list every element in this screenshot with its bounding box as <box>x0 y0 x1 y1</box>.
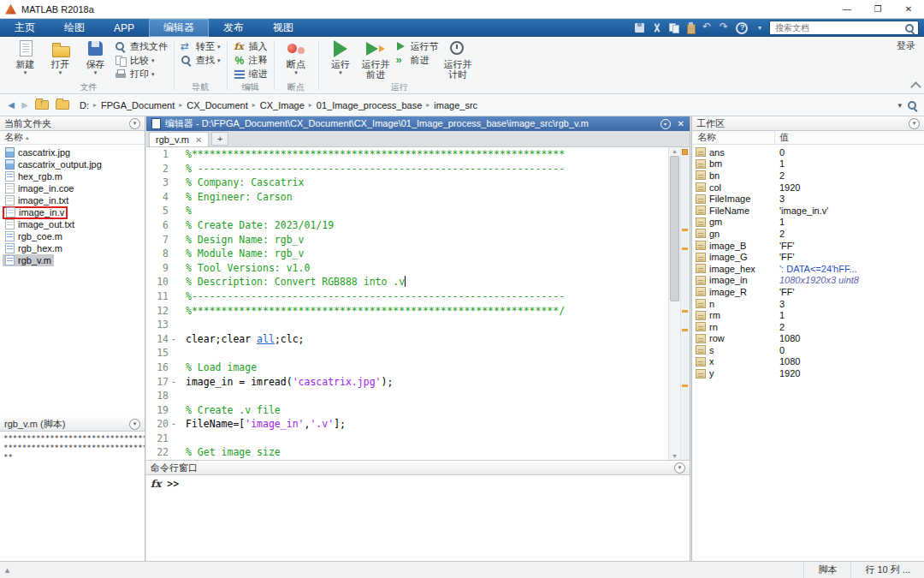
code-line[interactable]: % Get image size <box>179 445 668 460</box>
help-button[interactable] <box>735 21 749 35</box>
warning-tick-icon[interactable] <box>682 384 688 387</box>
analyzer-status-icon[interactable] <box>682 149 688 155</box>
tab-close-icon[interactable]: ✕ <box>195 135 202 145</box>
workspace-row[interactable]: rm1 <box>692 309 924 321</box>
file-row[interactable]: cascatrix.jpg <box>0 146 145 158</box>
command-window-menu-button[interactable]: ▾ <box>674 462 685 474</box>
file-row[interactable]: image_in.txt <box>0 194 145 206</box>
code-line[interactable]: % Tool Versions: v1.0 <box>179 261 668 276</box>
code-line[interactable] <box>179 389 668 403</box>
breadcrumb-segment[interactable]: image_src <box>430 99 481 111</box>
scrollbar-thumb[interactable] <box>670 156 679 301</box>
workspace-row[interactable]: y1920 <box>692 367 924 379</box>
file-row[interactable]: rgb_v.m <box>0 254 145 266</box>
file-row[interactable]: image_in.v <box>0 206 145 218</box>
workspace-row[interactable]: image_B'FF' <box>692 240 924 252</box>
code-line[interactable]: % Design Name: rgb_v <box>179 233 668 247</box>
workspace-value-column[interactable]: 值 <box>774 131 924 144</box>
workspace-name-column[interactable]: 名称 <box>692 131 774 144</box>
ribbon-tab-app[interactable]: APP <box>99 19 149 37</box>
browse-folder-icon[interactable] <box>56 100 69 110</box>
toolstrip-comment-button[interactable]: 注释 <box>234 53 268 67</box>
file-row[interactable]: hex_rgb.m <box>0 170 145 182</box>
workspace-row[interactable]: ans0 <box>692 146 924 158</box>
workspace-row[interactable]: image_R'FF' <box>692 286 924 298</box>
paste-button[interactable] <box>684 21 698 35</box>
workspace-row[interactable]: gm1 <box>692 217 924 229</box>
workspace-row[interactable]: image_hex': DATA<=24'hFF... <box>692 263 924 275</box>
ribbon-tab-home[interactable]: 主页 <box>0 19 50 37</box>
chevron-down-icon[interactable]: ▾ <box>758 24 761 32</box>
command-prompt[interactable]: >> <box>167 478 179 490</box>
code-line[interactable]: image_in = imread('cascatrix.jpg'); <box>179 375 668 390</box>
back-icon[interactable]: ◀ <box>4 100 18 110</box>
details-collapse-button[interactable]: ▾ <box>129 419 140 430</box>
code-line[interactable]: % Company: Cascatrix <box>179 176 668 190</box>
code-line[interactable]: clear;clear all;clc; <box>179 332 668 347</box>
code-line[interactable]: % Create .v file <box>179 403 668 418</box>
editor-menu-button[interactable]: ▾ <box>660 119 671 129</box>
toolstrip-run-section-button[interactable]: 运行节 <box>395 39 439 53</box>
workspace-row[interactable]: image_G'FF' <box>692 251 924 263</box>
file-row[interactable]: image_out.txt <box>0 218 145 230</box>
file-row[interactable]: rgb_coe.m <box>0 230 145 242</box>
editor-tab-rgb_v[interactable]: rgb_v.m ✕ <box>149 132 209 146</box>
sign-in-link[interactable]: 登录 <box>897 39 915 52</box>
code-line[interactable]: % --------------------------------------… <box>179 162 668 176</box>
warning-tick-icon[interactable] <box>682 247 688 250</box>
code-editor[interactable]: 1%**************************************… <box>146 147 668 460</box>
scroll-up-icon[interactable]: ▲ <box>669 148 680 154</box>
toolstrip-run-button[interactable]: 运行▾ <box>323 39 358 75</box>
code-line[interactable]: % Load image <box>179 361 668 375</box>
toolstrip-find-files-button[interactable]: 查找文件 <box>115 39 168 53</box>
editor-scrollbar[interactable]: ▲ ▼ <box>668 147 680 460</box>
new-tab-button[interactable]: + <box>211 132 228 146</box>
warning-tick-icon[interactable] <box>682 310 688 313</box>
save-button[interactable] <box>632 21 647 35</box>
redo-button[interactable] <box>718 21 732 35</box>
workspace-row[interactable]: bn2 <box>692 170 924 182</box>
file-row[interactable]: image_in.coe <box>0 182 145 194</box>
forward-icon[interactable]: ▶ <box>18 100 32 110</box>
close-button[interactable]: ✕ <box>893 0 924 18</box>
code-line[interactable] <box>179 346 668 361</box>
toolstrip-open-button[interactable]: 打开▾ <box>43 39 78 75</box>
toolstrip-new-button[interactable]: 新建▾ <box>8 39 43 75</box>
code-line[interactable]: %***************************************… <box>179 147 668 162</box>
panel-menu-button[interactable]: ▾ <box>129 118 140 129</box>
breadcrumb-segment[interactable]: CX_Document <box>183 99 252 111</box>
workspace-row[interactable]: bm1 <box>692 158 924 170</box>
workspace-row[interactable]: s0 <box>692 344 924 356</box>
address-dropdown-icon[interactable]: ▾ <box>897 101 902 110</box>
warning-tick-icon[interactable] <box>682 229 688 231</box>
warning-tick-icon[interactable] <box>682 329 688 331</box>
toolstrip-run-advance-button[interactable]: 运行并前进 <box>358 39 394 80</box>
workspace-row[interactable]: FileImage3 <box>692 193 924 205</box>
up-folder-icon[interactable] <box>35 100 49 110</box>
folder-search-icon[interactable] <box>907 100 917 110</box>
minimize-button[interactable]: — <box>832 0 862 18</box>
workspace-row[interactable]: rn2 <box>692 321 924 333</box>
toolstrip-run-time-button[interactable]: 运行并计时 <box>441 39 476 80</box>
toolstrip-breakpoints-button[interactable]: 断点▾ <box>279 39 314 75</box>
toolstrip-compare-button[interactable]: 比较▾ <box>115 53 168 67</box>
file-row[interactable]: rgb_hex.m <box>0 242 145 254</box>
doc-search-box[interactable] <box>769 21 919 35</box>
breadcrumb-segment[interactable]: 01_Image_process_base <box>313 99 426 111</box>
workspace-row[interactable]: x1080 <box>692 356 924 368</box>
code-line[interactable]: %***************************************… <box>179 304 668 319</box>
workspace-row[interactable]: gn2 <box>692 228 924 240</box>
code-line[interactable]: % Description: Convert RGB888 into .v <box>179 275 668 289</box>
editor-close-button[interactable]: ✕ <box>678 119 684 128</box>
cut-button[interactable] <box>649 21 664 35</box>
workspace-row[interactable]: FileName'image_in.v' <box>692 205 924 217</box>
code-line[interactable]: FileName=['image_in','.v']; <box>179 417 668 432</box>
workspace-row[interactable]: n3 <box>692 298 924 310</box>
breadcrumb-segment[interactable]: D: <box>76 99 92 111</box>
code-line[interactable]: % Module Name: rgb_v <box>179 247 668 261</box>
workspace-menu-button[interactable]: ▾ <box>909 118 920 129</box>
workspace-row[interactable]: row1080 <box>692 333 924 345</box>
toolstrip-save-button[interactable]: 保存▾ <box>78 39 113 75</box>
scroll-down-icon[interactable]: ▼ <box>669 453 680 459</box>
maximize-button[interactable]: ❐ <box>862 0 893 18</box>
